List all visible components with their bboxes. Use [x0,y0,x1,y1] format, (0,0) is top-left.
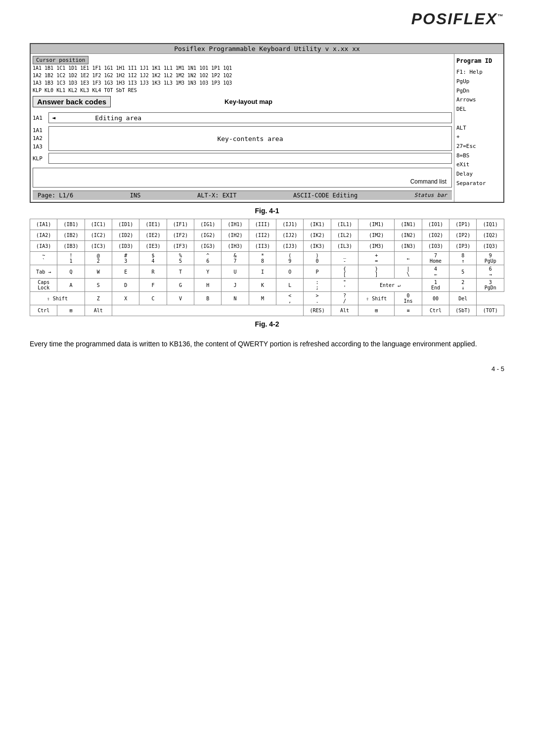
sbt-key: (SbT) [449,305,477,316]
iq3: (IQ3) [477,241,504,252]
status-bar: Page: L1/6 INS ALT-X: EXIT ASCII-CODE Ed… [33,190,452,200]
j-key: J [222,279,249,292]
quote-key: "' [331,279,358,292]
key-contents-area: Key-contents area [48,126,452,151]
cursor-row: Cursor position [33,56,452,63]
p-key: P [304,265,331,279]
u-key: U [222,265,249,279]
star-key: *8 [249,252,276,265]
tab-key: Tab → [30,265,57,279]
im1: (IM1) [358,219,395,230]
rparen-key: )0 [304,252,331,265]
ih2: (IH2) [222,230,249,241]
kbd-row-num: ~` !1 @2 #3 $4 %5 ^6 &7 *8 (9 )0 _- += ←… [30,252,504,265]
h-key: H [194,279,222,292]
il3: (IL3) [331,241,358,252]
ia1: (IA1) [30,219,57,230]
num3-key: 3PgDn [477,279,504,292]
b-key: B [194,292,222,305]
ic1: (IC1) [85,219,112,230]
inner-diagram: Cursor position 1A1 1B1 1C1 1D1 1E1 1F1 … [31,54,503,202]
ip1: (IP1) [449,219,477,230]
in1: (IN1) [395,219,422,230]
iq1: (IQ1) [477,219,504,230]
sidebar-plus: + [456,133,501,142]
k-key: K [249,279,276,292]
kbd-row-ib: (IA2) (IB2) (IC2) (ID2) (IE2) (IF2) (IG2… [30,230,504,241]
numdel-key: Del [449,292,477,305]
g-key: G [167,279,194,292]
sidebar-blank [456,114,501,124]
alt1-key: Alt [85,305,112,316]
caret-key: ^6 [194,252,222,265]
ig2: (IG2) [194,230,222,241]
num8-key: 8↑ [449,252,477,265]
command-list-area: Command list [33,168,452,188]
enter-key: Enter ↵ [358,279,422,292]
ib2: (IB2) [57,230,85,241]
io2: (IO2) [422,230,449,241]
fig1-label: Fig. 4-1 [0,207,534,215]
e-key: E [112,265,139,279]
command-list-label: Command list [410,178,446,185]
exit-indicator: ALT-X: EXIT [197,192,236,199]
dollar-key: $4 [139,252,167,265]
tot-key: (TOT) [477,305,504,316]
diagram-title: Posiflex Programmable Keyboard Utility v… [174,45,360,52]
id1: (ID1) [112,219,139,230]
kb-row-3: 1A3 1B3 1C3 1D3 1E3 1F3 1G3 1H3 1I3 1J3 … [33,79,452,87]
ii3: (II3) [249,241,276,252]
ii2: (II2) [249,230,276,241]
right-sidebar: Program ID F1: Help PgUp PgDn Arrows DEL… [454,54,503,202]
answer-area: Answer back codes Key-layout map [33,96,452,107]
iq2: (IQ2) [477,230,504,241]
n-key: N [222,292,249,305]
ia3: (IA3) [30,241,57,252]
pipe-key: |\ [395,265,422,279]
im3: (IM3) [358,241,395,252]
num4-key: 4← [422,265,449,279]
company-logo: POSIFLEX™ [411,10,504,28]
hash-key: #3 [112,252,139,265]
num7-key: 7Home [422,252,449,265]
key-contents-row: 1A1 1A2 1A3 Key-contents area [33,126,452,151]
r-key: R [139,265,167,279]
lparen-key: (9 [276,252,304,265]
sidebar-del: DEL [456,105,501,114]
logo-text: POSIFLEX [411,10,497,28]
description-text: Every time the programmed data is writte… [30,338,504,350]
num5-key: 5 [449,265,477,279]
editing-area-label: Editing area [95,114,141,122]
sidebar-alt: ALT [456,124,501,133]
ig3: (IG3) [194,241,222,252]
gt-key: >. [304,292,331,305]
tilde-key: ~` [30,252,57,265]
klp-edit-row: KLP [33,153,452,164]
klp-row-text: KLP KL0 KL1 KL2 KL3 KL4 TOT SbT RES [33,88,452,93]
key-layout-label: Key-layout map [224,98,272,105]
one-key: !1 [57,252,85,265]
minus-key: _- [331,252,358,265]
pct-key: %5 [167,252,194,265]
ip2: (IP2) [449,230,477,241]
num00-key: 00 [422,292,449,305]
sidebar-delay: Delay [456,170,501,179]
inner-left: Cursor position 1A1 1B1 1C1 1D1 1E1 1F1 … [31,54,454,202]
m-key: M [249,292,276,305]
page-indicator: Page: L1/6 [38,192,73,199]
backspace-key: ← [395,252,422,265]
a-key: A [57,279,85,292]
kbd-map-table: (IA1) (IB1) (IC1) (ID1) (IE1) (IF1) (IG1… [30,219,504,316]
ij1: (IJ1) [276,219,304,230]
num0-key: 0Ins [395,292,422,305]
colon-key: :; [304,279,331,292]
z-key: Z [85,292,112,305]
title-bar: Posiflex Programmable Keyboard Utility v… [31,44,503,54]
lt-key: <, [276,292,304,305]
num2-key: 2↓ [449,279,477,292]
ib1: (IB1) [57,219,85,230]
ip3: (IP3) [449,241,477,252]
ie1: (IE1) [139,219,167,230]
il2: (IL2) [331,230,358,241]
kb-row-2: 1A2 1B2 1C2 1D2 1E2 1F2 1G2 1H2 1I2 1J2 … [33,72,452,79]
